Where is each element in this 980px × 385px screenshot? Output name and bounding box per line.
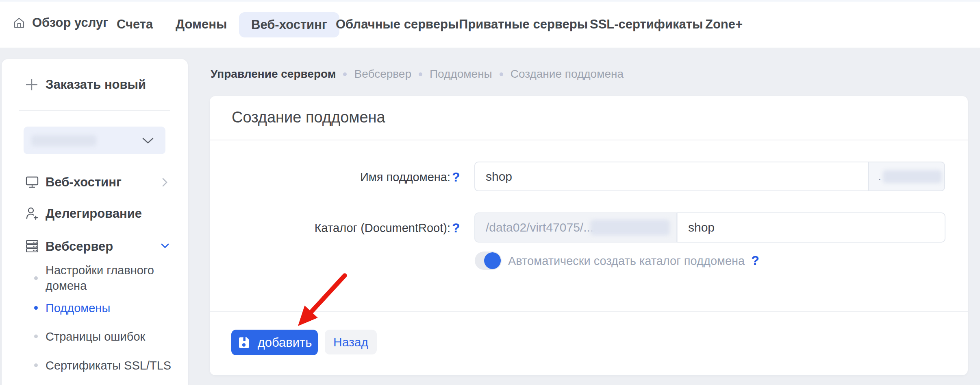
save-icon	[237, 336, 250, 349]
add-button-label: добавить	[258, 335, 312, 350]
breadcrumb-item: Создание поддомена	[511, 67, 624, 81]
nav-item-ssl-certificates[interactable]: SSL-сертификаты	[590, 17, 703, 32]
page-title: Создание поддомена	[232, 108, 385, 127]
auto-create-toggle-row: Автоматически создать каталог поддомена …	[475, 252, 759, 270]
home-icon	[13, 17, 25, 29]
bullet-icon	[34, 363, 38, 367]
breadcrumb-separator-icon	[419, 72, 422, 76]
sidebar-item-ssl-tls-certificates[interactable]: Сертификаты SSL/TLS	[46, 358, 171, 373]
nav-item-webhosting[interactable]: Веб-хостинг	[239, 12, 339, 37]
breadcrumb-separator-icon	[343, 72, 347, 76]
divider	[210, 311, 968, 312]
server-stack-icon	[26, 239, 39, 255]
redacted-domain-name	[31, 135, 96, 146]
sidebar-item-label: Делегирование	[46, 206, 142, 221]
bullet-icon	[34, 306, 38, 310]
nav-label: Обзор услуг	[32, 15, 108, 30]
chevron-right-icon	[162, 178, 167, 188]
nav-label: Приватные серверы	[459, 17, 588, 31]
subdomain-name-input[interactable]	[474, 162, 869, 191]
divider	[210, 140, 968, 140]
docroot-label: Каталог (DocumentRoot):	[260, 221, 450, 235]
help-icon[interactable]: ?	[452, 220, 460, 236]
nav-label: Облачные серверы	[336, 17, 458, 31]
back-button[interactable]: Назад	[325, 330, 377, 354]
bullet-icon	[34, 276, 38, 280]
domain-selector[interactable]	[24, 127, 165, 154]
sidebar-item-delegation[interactable]: Делегирование	[46, 206, 142, 221]
user-plus-icon	[26, 206, 39, 222]
nav-item-private-servers[interactable]: Приватные серверы	[459, 17, 588, 32]
app: Обзор услуг Счета Домены Веб-хостинг Обл…	[0, 0, 980, 385]
help-icon[interactable]: ?	[452, 169, 460, 185]
back-button-label: Назад	[333, 335, 368, 349]
plus-icon	[25, 78, 39, 93]
bullet-icon	[34, 335, 38, 338]
sidebar-item-webserver[interactable]: Вебсервер	[46, 239, 113, 254]
nav-label: Счета	[117, 17, 153, 31]
sidebar-subitem-label: Настройки главного домена	[46, 264, 154, 292]
order-new-label: Заказать новый	[46, 77, 146, 92]
nav-item-domains[interactable]: Домены	[176, 17, 227, 32]
subdomain-name-label: Имя поддомена:	[260, 170, 450, 184]
nav-item-overview[interactable]: Обзор услуг	[13, 15, 108, 30]
order-new-button[interactable]: Заказать новый	[46, 77, 146, 92]
docroot-directory-input[interactable]	[677, 212, 945, 243]
sidebar-item-subdomains[interactable]: Поддомены	[46, 300, 110, 316]
sidebar-item-error-pages[interactable]: Страницы ошибок	[46, 329, 145, 344]
breadcrumb-item[interactable]: Управление сервером	[211, 67, 336, 81]
nav-label: Zone+	[705, 17, 743, 31]
add-button[interactable]: добавить	[231, 330, 318, 355]
redacted-docroot-path	[590, 220, 670, 235]
nav-label: SSL-сертификаты	[590, 17, 703, 31]
nav-label: Домены	[176, 17, 227, 31]
toggle-knob	[484, 252, 501, 269]
breadcrumb-separator-icon	[500, 72, 503, 76]
breadcrumb-item[interactable]: Вебсервер	[354, 67, 411, 81]
sidebar-item-main-domain-settings[interactable]: Настройки главного домена	[46, 262, 163, 293]
breadcrumb-item[interactable]: Поддомены	[430, 67, 492, 81]
auto-create-toggle-label: Автоматически создать каталог поддомена	[508, 254, 745, 268]
breadcrumb: Управление сервером Вебсервер Поддомены …	[211, 67, 624, 81]
sidebar-subitem-label: Сертификаты SSL/TLS	[46, 359, 171, 372]
redacted-domain-suffix	[883, 170, 942, 183]
nav-item-invoices[interactable]: Счета	[117, 17, 153, 32]
sidebar-divider	[19, 110, 170, 111]
top-strip	[0, 0, 980, 2]
chevron-down-icon	[161, 243, 169, 250]
sidebar-subitem-label: Поддомены	[46, 302, 110, 315]
sidebar-item-label: Веб-хостинг	[46, 175, 122, 189]
sidebar-item-label: Вебсервер	[46, 239, 113, 254]
auto-create-toggle[interactable]	[475, 252, 502, 270]
nav-label: Веб-хостинг	[251, 18, 327, 32]
nav-item-cloud-servers[interactable]: Облачные серверы	[336, 17, 458, 32]
domain-suffix-prefix: .	[878, 170, 881, 183]
help-icon[interactable]: ?	[751, 253, 759, 268]
chevron-down-icon	[142, 138, 154, 146]
sidebar-subitem-label: Страницы ошибок	[46, 330, 145, 343]
monitor-icon	[26, 176, 39, 190]
domain-suffix-box: .	[869, 162, 945, 191]
sidebar-item-webhosting[interactable]: Веб-хостинг	[46, 175, 122, 190]
top-nav: Обзор услуг Счета Домены Веб-хостинг Обл…	[0, 0, 980, 48]
nav-item-zone-plus[interactable]: Zone+	[705, 17, 743, 32]
